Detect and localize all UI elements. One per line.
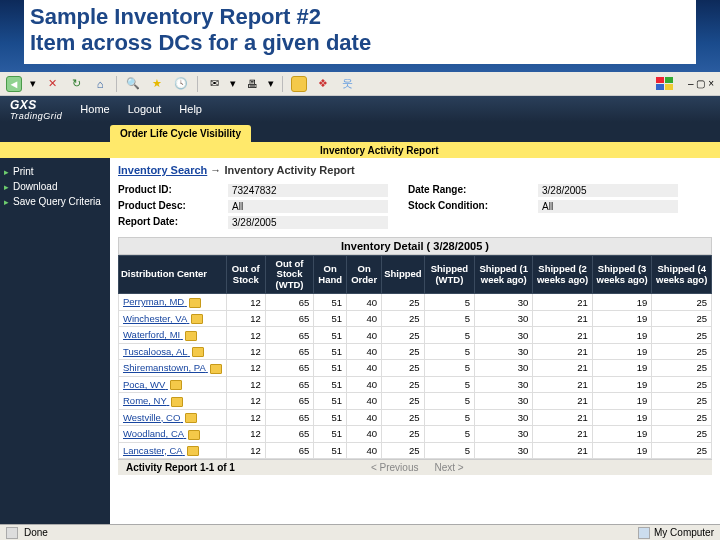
print-dropdown[interactable]: ▾ xyxy=(268,77,274,90)
cell: 5 xyxy=(424,327,475,343)
main-content: Inventory Search → Inventory Activity Re… xyxy=(110,158,720,524)
cell: 12 xyxy=(226,360,265,376)
dc-link[interactable]: Rome, NY xyxy=(119,393,227,409)
cell: 25 xyxy=(382,310,424,326)
folder-icon[interactable] xyxy=(291,76,307,92)
cell: 40 xyxy=(347,409,382,425)
nav-help[interactable]: Help xyxy=(179,103,202,115)
cell: 25 xyxy=(652,442,712,458)
col-header[interactable]: Distribution Center xyxy=(119,256,227,294)
folder-icon[interactable] xyxy=(210,364,222,374)
folder-icon[interactable] xyxy=(191,314,203,324)
stop-icon[interactable]: ✕ xyxy=(44,76,60,92)
cell: 25 xyxy=(652,376,712,392)
dc-link[interactable]: Waterford, MI xyxy=(119,327,227,343)
cell: 5 xyxy=(424,393,475,409)
col-header[interactable]: On Order xyxy=(347,256,382,294)
cell: 5 xyxy=(424,294,475,310)
app-bar: GXSTradingGrid Home Logout Help xyxy=(0,96,720,122)
zone-icon xyxy=(638,527,650,539)
val-product-id: 73247832 xyxy=(228,184,388,197)
cell: 30 xyxy=(475,327,533,343)
folder-icon[interactable] xyxy=(187,446,199,456)
lbl-stock-cond: Stock Condition: xyxy=(408,200,518,213)
dc-link[interactable]: Lancaster, CA xyxy=(119,442,227,458)
zone-text: My Computer xyxy=(654,527,714,538)
home-icon[interactable]: ⌂ xyxy=(92,76,108,92)
browser-toolbar: ◄ ▾ ✕ ↻ ⌂ 🔍 ★ 🕓 ✉ ▾ 🖶 ▾ ❖ 웃 – ▢ × xyxy=(0,72,720,96)
dc-link[interactable]: Perryman, MD xyxy=(119,294,227,310)
cell: 19 xyxy=(592,343,652,359)
sidebar-item-print[interactable]: ▸Print xyxy=(4,164,106,179)
cell: 25 xyxy=(652,393,712,409)
pager-next[interactable]: Next > xyxy=(434,462,463,473)
refresh-icon[interactable]: ↻ xyxy=(68,76,84,92)
cell: 21 xyxy=(533,442,593,458)
history-icon[interactable]: 🕓 xyxy=(173,76,189,92)
dc-link[interactable]: Winchester, VA xyxy=(119,310,227,326)
report-name: Inventory Activity Report xyxy=(320,145,439,156)
cell: 25 xyxy=(382,393,424,409)
mail-dropdown[interactable]: ▾ xyxy=(230,77,236,90)
dc-link[interactable]: Westville, CO xyxy=(119,409,227,425)
favorites-icon[interactable]: ★ xyxy=(149,76,165,92)
cell: 51 xyxy=(314,409,347,425)
cell: 51 xyxy=(314,343,347,359)
slide-header: Sample Inventory Report #2 Item across D… xyxy=(0,0,720,72)
col-header[interactable]: On Hand xyxy=(314,256,347,294)
folder-icon[interactable] xyxy=(192,347,204,357)
nav-home[interactable]: Home xyxy=(80,103,109,115)
pager-prev[interactable]: < Previous xyxy=(371,462,419,473)
cell: 12 xyxy=(226,426,265,442)
print-icon[interactable]: 🖶 xyxy=(244,76,260,92)
mail-icon[interactable]: ✉ xyxy=(206,76,222,92)
cell: 25 xyxy=(652,327,712,343)
col-header[interactable]: Out of Stock (WTD) xyxy=(265,256,313,294)
col-header[interactable]: Shipped (3 weeks ago) xyxy=(592,256,652,294)
folder-icon[interactable] xyxy=(171,397,183,407)
back-dropdown[interactable]: ▾ xyxy=(30,77,36,90)
table-row: Poca, WV 1265514025530211925 xyxy=(119,376,712,392)
cell: 12 xyxy=(226,294,265,310)
col-header[interactable]: Shipped (1 week ago) xyxy=(475,256,533,294)
breadcrumb-current: Inventory Activity Report xyxy=(224,164,354,176)
cell: 5 xyxy=(424,426,475,442)
val-product-desc: All xyxy=(228,200,388,213)
table-row: Westville, CO 1265514025530211925 xyxy=(119,409,712,425)
cell: 25 xyxy=(382,409,424,425)
col-header[interactable]: Shipped (WTD) xyxy=(424,256,475,294)
messenger-icon[interactable]: 웃 xyxy=(339,76,355,92)
cell: 30 xyxy=(475,310,533,326)
col-header[interactable]: Shipped xyxy=(382,256,424,294)
cell: 25 xyxy=(652,343,712,359)
breadcrumb-link[interactable]: Inventory Search xyxy=(118,164,207,176)
search-icon[interactable]: 🔍 xyxy=(125,76,141,92)
cell: 5 xyxy=(424,360,475,376)
cell: 25 xyxy=(652,409,712,425)
folder-icon[interactable] xyxy=(188,430,200,440)
sidebar-item-download[interactable]: ▸Download xyxy=(4,179,106,194)
dc-link[interactable]: Woodland, CA xyxy=(119,426,227,442)
window-restore[interactable]: – ▢ × xyxy=(688,78,714,89)
sidebar-item-save-query[interactable]: ▸Save Query Criteria xyxy=(4,194,106,209)
sub-header: Inventory Activity Report xyxy=(0,142,720,158)
nav-logout[interactable]: Logout xyxy=(128,103,162,115)
folder-icon[interactable] xyxy=(170,380,182,390)
cell: 19 xyxy=(592,327,652,343)
back-icon[interactable]: ◄ xyxy=(6,76,22,92)
dc-link[interactable]: Shiremanstown, PA xyxy=(119,360,227,376)
folder-icon[interactable] xyxy=(185,413,197,423)
folder-icon[interactable] xyxy=(189,298,201,308)
cell: 25 xyxy=(652,426,712,442)
col-header[interactable]: Shipped (2 weeks ago) xyxy=(533,256,593,294)
tab-order-life-cycle[interactable]: Order Life Cycle Visibility xyxy=(110,125,251,142)
dc-link[interactable]: Tuscaloosa, AL xyxy=(119,343,227,359)
folder-icon[interactable] xyxy=(185,331,197,341)
cell: 65 xyxy=(265,409,313,425)
cell: 25 xyxy=(652,360,712,376)
research-icon[interactable]: ❖ xyxy=(315,76,331,92)
col-header[interactable]: Shipped (4 weeks ago) xyxy=(652,256,712,294)
col-header[interactable]: Out of Stock xyxy=(226,256,265,294)
dc-link[interactable]: Poca, WV xyxy=(119,376,227,392)
table-row: Winchester, VA 1265514025530211925 xyxy=(119,310,712,326)
